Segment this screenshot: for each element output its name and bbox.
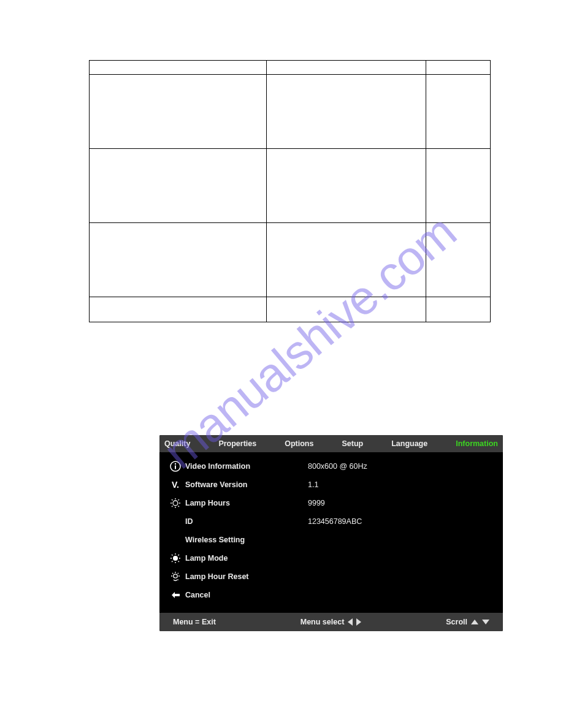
svg-line-25	[172, 573, 173, 574]
label-cancel: Cancel	[185, 591, 308, 599]
svg-marker-27	[177, 579, 178, 580]
tab-language[interactable]: Language	[391, 439, 427, 448]
right-arrow-icon[interactable]	[356, 618, 361, 626]
svg-point-3	[173, 501, 178, 506]
lamp-hours-icon	[166, 498, 185, 509]
left-arrow-icon[interactable]	[348, 618, 353, 626]
svg-line-10	[178, 499, 180, 501]
osd-body: Video Information 800x600 @ 60Hz V. Soft…	[159, 452, 503, 607]
value-video-information: 800x600 @ 60Hz	[308, 462, 367, 471]
svg-line-11	[172, 506, 173, 507]
svg-point-12	[173, 556, 178, 561]
cancel-icon	[166, 590, 185, 601]
up-arrow-icon[interactable]	[471, 620, 478, 624]
svg-line-19	[178, 555, 180, 556]
svg-point-21	[174, 574, 177, 578]
info-icon	[166, 461, 185, 472]
footer-menu-select: Menu select	[301, 618, 362, 626]
row-cancel[interactable]: Cancel	[166, 586, 497, 604]
svg-line-17	[172, 555, 173, 556]
label-id: ID	[185, 517, 308, 526]
down-arrow-icon[interactable]	[482, 620, 489, 624]
settings-table	[89, 60, 491, 322]
footer-menu-exit: Menu = Exit	[173, 618, 216, 626]
svg-line-26	[178, 573, 178, 574]
osd-panel: Quality Properties Options Setup Languag…	[159, 435, 503, 631]
svg-line-20	[172, 561, 173, 563]
osd-footer: Menu = Exit Menu select Scroll	[159, 613, 503, 631]
svg-line-9	[178, 506, 180, 507]
value-software-version: 1.1	[308, 480, 318, 489]
tab-quality[interactable]: Quality	[164, 439, 190, 448]
tab-information[interactable]: Information	[456, 439, 498, 448]
footer-scroll: Scroll	[446, 618, 489, 626]
label-lamp-hour-reset: Lamp Hour Reset	[185, 572, 308, 581]
row-lamp-mode[interactable]: Lamp Mode	[166, 549, 497, 567]
label-wireless-setting: Wireless Setting	[185, 536, 308, 544]
label-lamp-hours: Lamp Hours	[185, 499, 308, 507]
osd-tabbar: Quality Properties Options Setup Languag…	[159, 435, 503, 452]
tab-options[interactable]: Options	[285, 439, 313, 448]
version-icon: V.	[166, 480, 185, 490]
lamp-reset-icon	[166, 571, 185, 582]
value-id: 123456789ABC	[308, 517, 362, 526]
row-lamp-hour-reset[interactable]: Lamp Hour Reset	[166, 567, 497, 586]
label-video-information: Video Information	[185, 462, 308, 471]
row-software-version[interactable]: V. Software Version 1.1	[166, 476, 497, 494]
label-lamp-mode: Lamp Mode	[185, 554, 308, 563]
svg-point-1	[175, 463, 176, 464]
svg-rect-2	[175, 466, 176, 469]
lamp-mode-icon	[166, 553, 185, 564]
row-wireless-setting[interactable]: Wireless Setting	[166, 531, 497, 549]
svg-line-18	[178, 561, 180, 563]
label-software-version: Software Version	[185, 480, 308, 489]
svg-line-8	[172, 499, 173, 501]
tab-setup[interactable]: Setup	[342, 439, 363, 448]
row-video-information[interactable]: Video Information 800x600 @ 60Hz	[166, 457, 497, 476]
row-lamp-hours[interactable]: Lamp Hours 9999	[166, 494, 497, 512]
tab-properties[interactable]: Properties	[218, 439, 256, 448]
row-id[interactable]: ID 123456789ABC	[166, 512, 497, 531]
value-lamp-hours: 9999	[308, 499, 325, 507]
